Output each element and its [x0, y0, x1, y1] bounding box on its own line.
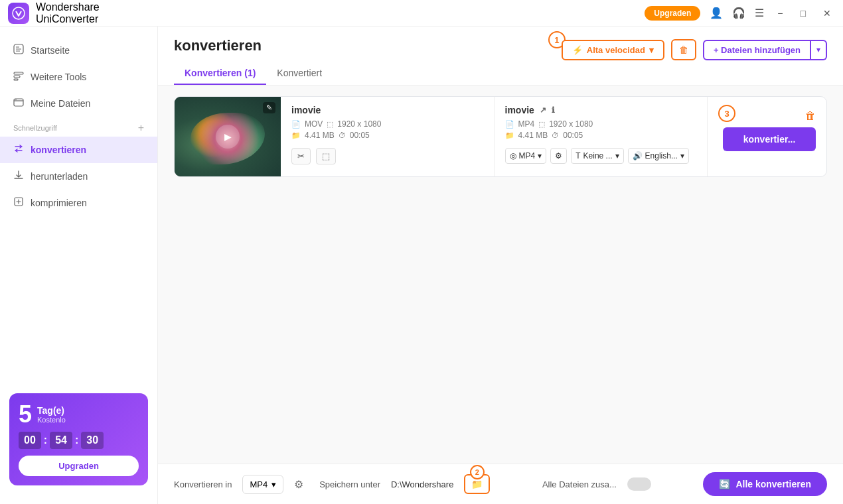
settings-selector[interactable]: ⚙: [550, 148, 567, 164]
external-link-icon[interactable]: ↗: [540, 105, 546, 115]
info-icon[interactable]: ℹ: [552, 105, 555, 115]
convert-controls: 3 🗑 konvertier...: [707, 97, 826, 176]
tools-icon: [13, 70, 24, 84]
sidebar-item-myfiles-label: Meine Dateien: [31, 98, 90, 109]
save-path: D:\Wondershare: [391, 479, 453, 489]
app-name-top: Wondershare: [36, 1, 100, 13]
sidebar-item-compress[interactable]: komprimieren: [0, 190, 157, 216]
timer-seconds: 30: [81, 432, 104, 449]
crop-button[interactable]: ⬚: [316, 148, 336, 164]
close-button[interactable]: ✕: [819, 7, 835, 20]
add-files-group: + Dateien hinzufügen ▾: [703, 40, 827, 60]
timer-row: 00 : 54 : 30: [19, 432, 139, 449]
promo-sub: Kostenlo: [37, 416, 66, 424]
content-body: ▶ ✎ imovie 📄 MOV ⬚ 1920 x 1080: [158, 86, 843, 464]
minimize-button[interactable]: −: [773, 7, 787, 20]
convert-all-button[interactable]: 🔄 Alle konvertieren: [703, 472, 827, 496]
svg-point-0: [13, 7, 25, 19]
promo-upgrade-button[interactable]: Upgraden: [19, 456, 139, 476]
merge-label: Alle Dateien zusa...: [542, 479, 617, 489]
sidebar-item-myfiles[interactable]: Meine Dateien: [0, 90, 157, 117]
sidebar-item-home[interactable]: Startseite: [0, 37, 157, 64]
convert-icon: [13, 143, 24, 157]
sidebar-item-download-label: herunterladen: [31, 171, 88, 182]
sidebar-item-convert-label: konvertieren: [31, 145, 86, 155]
delete-all-button[interactable]: 🗑: [671, 39, 696, 60]
page-title: konvertieren: [174, 37, 262, 54]
menu-icon[interactable]: ☰: [755, 7, 764, 19]
maximize-button[interactable]: □: [797, 7, 810, 20]
tab-converted[interactable]: Konvertiert: [266, 62, 333, 85]
timer-minutes: 54: [50, 432, 72, 449]
app-logo: [8, 3, 29, 24]
format-controls: ◎ MP4 ▾ ⚙ T Keine ... ▾: [505, 148, 697, 164]
play-button[interactable]: ▶: [216, 125, 240, 149]
sidebar-nav: Startseite Weitere Tools Meine Dateien S…: [0, 37, 157, 385]
sidebar-item-convert[interactable]: konvertieren: [0, 137, 157, 163]
sidebar-item-tools[interactable]: Weitere Tools: [0, 64, 157, 90]
myfiles-icon: [13, 97, 24, 110]
tabs: Konvertieren (1) Konvertiert: [174, 62, 827, 85]
size-row: 📁 4.41 MB ⏱ 00:05: [291, 131, 483, 140]
speed-button[interactable]: ⚡ Alta velocidad ▾: [562, 40, 664, 60]
upgrade-button[interactable]: Upgraden: [645, 6, 700, 21]
bottom-bar: Konvertieren in MP4 ▾ ⚙ Speichern unter …: [158, 464, 843, 504]
settings-icon-small: ⚙: [555, 151, 562, 160]
merge-toggle[interactable]: [627, 477, 651, 491]
app-name-bottom: UniConverter: [36, 13, 100, 25]
content-title-row: konvertieren 1 ⚡ Alta velocidad ▾ 🗑: [174, 37, 827, 62]
bottom-format-dropdown[interactable]: MP4 ▾: [242, 475, 283, 494]
convert-button[interactable]: konvertier...: [723, 127, 816, 151]
convert-in-label: Konvertieren in: [174, 479, 232, 489]
compress-icon: [13, 196, 24, 210]
format-selector[interactable]: ◎ MP4 ▾: [505, 148, 547, 164]
tab-convert[interactable]: Konvertieren (1): [174, 62, 266, 85]
add-files-button[interactable]: + Dateien hinzufügen: [703, 40, 811, 60]
svg-rect-5: [14, 99, 23, 106]
format-value: MP4: [519, 151, 536, 160]
audio-selector[interactable]: 🔊 English... ▾: [628, 148, 689, 164]
promo-days: 5 Tag(e) Kostenlo: [19, 403, 139, 426]
speed-btn-label: Alta velocidad: [587, 45, 645, 55]
source-format: MOV: [305, 119, 323, 129]
sidebar-item-download[interactable]: herunterladen: [0, 163, 157, 190]
convert-all-label: Alle konvertieren: [735, 479, 811, 489]
file-name: imovie: [291, 105, 483, 115]
trash-icon: 🗑: [679, 44, 688, 55]
output-format-row: 📄 MP4 ⬚ 1920 x 1080: [505, 119, 697, 129]
output-size-row: 📁 4.41 MB ⏱ 00:05: [505, 131, 697, 140]
format-dropdown-arrow: ▾: [538, 151, 542, 160]
subtitle-text-icon: T: [575, 151, 580, 160]
lightning-icon: ⚡: [572, 45, 583, 55]
subtitle-value: Keine ...: [583, 151, 613, 160]
promo-days-number: 5: [19, 403, 32, 426]
support-icon[interactable]: 🎧: [732, 7, 745, 19]
title-bar: Wondershare UniConverter Upgraden 👤 🎧 ☰ …: [0, 0, 843, 27]
audio-icon: 🔊: [633, 151, 643, 160]
source-size: 4.41 MB: [305, 131, 335, 140]
output-res-icon: ⬚: [538, 120, 545, 129]
output-meta: 📄 MP4 ⬚ 1920 x 1080 📁 4.41 MB ⏱ 00:05: [505, 119, 697, 140]
delete-file-button[interactable]: 🗑: [805, 110, 816, 122]
audio-dropdown-arrow: ▾: [680, 151, 684, 160]
user-icon[interactable]: 👤: [710, 7, 723, 19]
file-source-info: imovie 📄 MOV ⬚ 1920 x 1080 📁 4.41 MB ⏱: [281, 97, 494, 176]
trim-button[interactable]: ✂: [291, 148, 311, 164]
folder-icon: 📁: [471, 479, 483, 489]
bottom-format-value: MP4: [250, 479, 268, 489]
quick-access-add-icon[interactable]: +: [138, 122, 144, 134]
promo-card: 5 Tag(e) Kostenlo 00 : 54 : 30 Upgraden: [9, 393, 148, 485]
svg-point-6: [15, 99, 17, 101]
output-format: MP4: [518, 119, 535, 129]
sidebar: Startseite Weitere Tools Meine Dateien S…: [0, 27, 158, 504]
bottom-settings-button[interactable]: ⚙: [294, 478, 303, 491]
subtitle-selector[interactable]: T Keine ... ▾: [571, 148, 623, 164]
sidebar-section-label: Schnellzugriff +: [0, 117, 157, 137]
speed-dropdown-icon: ▾: [649, 45, 654, 55]
file-thumbnail: ▶ ✎: [175, 97, 281, 176]
clock-icon: ⏱: [339, 131, 346, 139]
timer-sep2: :: [75, 434, 78, 446]
sidebar-item-compress-label: komprimieren: [31, 198, 87, 208]
add-files-dropdown-button[interactable]: ▾: [811, 40, 827, 60]
output-duration: 00:05: [563, 131, 583, 140]
